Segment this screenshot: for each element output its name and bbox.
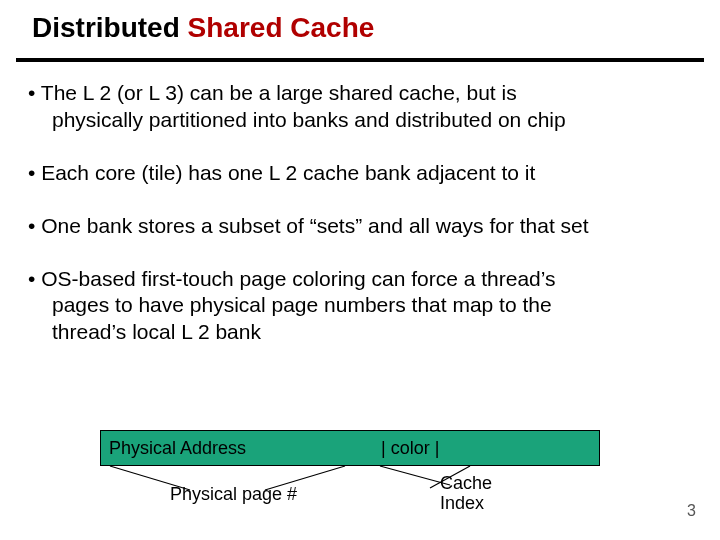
bullet-4-line3: thread’s local L 2 bank (28, 319, 692, 346)
address-diagram: Physical Address | color | Physical page… (100, 430, 620, 470)
slide: Distributed Shared Cache • The L 2 (or L… (0, 0, 720, 540)
bullet-1: • The L 2 (or L 3) can be a large shared… (28, 80, 692, 134)
bar-label-color: | color | (381, 438, 439, 459)
annotation-cache-index-l2: Index (440, 493, 484, 513)
bullet-3: • One bank stores a subset of “sets” and… (28, 213, 692, 240)
bullet-4: • OS-based first-touch page coloring can… (28, 266, 692, 347)
title-accent: Shared Cache (188, 12, 375, 43)
bullet-1-line1: • The L 2 (or L 3) can be a large shared… (28, 81, 517, 104)
page-number: 3 (687, 502, 696, 520)
title-wrap: Distributed Shared Cache (0, 0, 720, 44)
bullet-4-line2: pages to have physical page numbers that… (28, 292, 692, 319)
bar-label-physical-address: Physical Address (109, 438, 246, 459)
bullet-4-line1: • OS-based first-touch page coloring can… (28, 267, 556, 290)
title-rule (16, 58, 704, 62)
slide-body: • The L 2 (or L 3) can be a large shared… (28, 80, 692, 372)
annotation-physical-page: Physical page # (170, 484, 297, 505)
address-bar: Physical Address | color | (100, 430, 600, 466)
bullet-2: • Each core (tile) has one L 2 cache ban… (28, 160, 692, 187)
slide-title: Distributed Shared Cache (32, 12, 720, 44)
title-plain: Distributed (32, 12, 188, 43)
annotation-cache-index-l1: Cache (440, 473, 492, 493)
bullet-1-line2: physically partitioned into banks and di… (28, 107, 692, 134)
annotation-cache-index: Cache Index (440, 474, 492, 514)
